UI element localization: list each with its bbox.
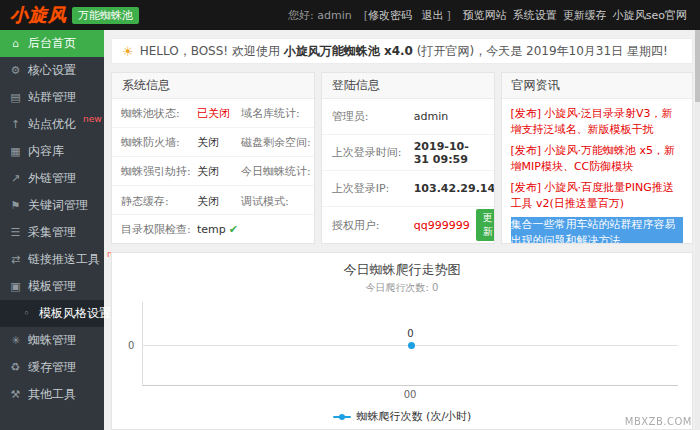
welcome-prefix: HELLO，BOSS! 欢迎使用 [140,44,284,58]
welcome-suffix: ，今天是 2019年10月31日 星期四! [474,44,668,58]
top-header: 小旋风 万能蜘蛛池 您好: admin [修改密码 退出] 预览网站系统设置更新… [0,0,700,30]
system-info-row: 蜘蛛池状态:已关闭域名库统计:1497 [112,99,314,128]
sidebar-item-label: 模板风格设置 [39,305,111,322]
data-point-label: 0 [407,328,413,339]
sidebar-item-label: 缓存管理 [28,359,76,376]
sidebar-item-label: 模板管理 [28,278,76,295]
sidebar-item-collection[interactable]: ☰采集管理 [0,219,104,246]
content-library-icon: ▦ [9,145,22,158]
y-axis-tick: 0 [128,340,134,351]
sidebar-item-label: 后台首页 [28,35,76,52]
sidebar-item-site-optimize[interactable]: ↑站点优化new [0,111,104,138]
info-value: 已关闭 [197,106,241,121]
sidebar-item-keywords[interactable]: ⚑关键词管理 [0,192,104,219]
login-info-title: 登陆信息 [322,73,494,99]
logo[interactable]: 小旋风 万能蜘蛛池 [10,3,139,27]
info-label: 管理员: [332,109,414,124]
sidebar-item-external-links[interactable]: ↗外链管理 [0,165,104,192]
home-icon: ⌂ [9,37,22,50]
logout-link[interactable]: 退出 [421,9,443,22]
sidebar-item-label: 外链管理 [28,170,76,187]
sidebar-item-label: 其他工具 [28,386,76,403]
system-settings-link[interactable]: 系统设置 [513,9,557,22]
info-label: 上次登录IP: [332,181,414,196]
watermark: MBXZB.COM [625,416,692,427]
info-label: 蜘蛛池状态: [121,106,197,121]
greeting-text: 您好: admin [288,8,352,23]
chart-legend[interactable]: 蜘蛛爬行次数 (次/小时) [112,409,692,424]
header-nav: 您好: admin [修改密码 退出] 预览网站系统设置更新缓存小旋风seo官网 [288,8,690,23]
sidebar-item-cache[interactable]: ♻缓存管理 [0,354,104,381]
chart-panel: 今日蜘蛛爬行走势图 今日爬行次数: 0 0 0 00 蜘蛛爬行次数 (次/小时) [111,252,693,430]
logo-badge: 万能蜘蛛池 [72,7,139,24]
sidebar: ⌂后台首页⚙核心设置▤站群管理↑站点优化new▦内容库↗外链管理⚑关键词管理☰采… [0,30,104,430]
check-icon: ✔ [229,223,238,236]
chart-title: 今日蜘蛛爬行走势图 [112,253,692,279]
account-links: [修改密码 退出] [364,8,451,23]
system-info-row: 目录权限检查:temp✔ [112,215,314,244]
sidebar-item-template-style[interactable]: ◦模板风格设置 [0,300,104,327]
sidebar-item-site-group[interactable]: ▤站群管理 [0,84,104,111]
news-item[interactable]: 集合一些常用车站的站群程序容易出现的问题和解决方法 [511,217,683,243]
info-value: 关闭 [197,135,241,150]
login-info-table: 管理员:admin上次登录时间:2019-10-31 09:59上次登录IP:1… [322,99,494,243]
dot-icon: ◦ [20,307,33,320]
system-info-table: 蜘蛛池状态:已关闭域名库统计:1497蜘蛛防火墙:关闭磁盘剩余空间:69.54 … [112,99,314,244]
external-link-icon: ↗ [9,172,22,185]
system-info-row: 静态缓存:关闭调试模式:关闭 [112,186,314,215]
preview-site-link[interactable]: 预览网站 [463,9,507,22]
system-info-row: 蜘蛛防火墙:关闭磁盘剩余空间:69.54 GB [112,128,314,157]
chart-subtitle: 今日爬行次数: 0 [112,281,692,295]
open-official-link[interactable]: (打开官网) [417,44,474,58]
info-value: qq999999 [414,219,470,232]
scrollbar[interactable] [695,30,700,430]
sidebar-item-home[interactable]: ⌂后台首页 [0,30,104,57]
main-content: ☀ HELLO，BOSS! 欢迎使用 小旋风万能蜘蛛池 x4.0 (打开官网)，… [104,30,700,430]
login-info-row: 管理员:admin [322,99,494,135]
tools-icon: ⚒ [9,388,22,401]
login-info-row: 授权用户:qq999999更新 [322,207,494,243]
info-label: 今日蜘蛛统计: [241,164,315,179]
legend-line-icon [333,416,351,418]
login-info-panel: 登陆信息 管理员:admin上次登录时间:2019-10-31 09:59上次登… [321,72,495,244]
sidebar-item-core-settings[interactable]: ⚙核心设置 [0,57,104,84]
update-license-button[interactable]: 更新 [476,209,495,241]
sidebar-item-label: 核心设置 [28,62,76,79]
news-panel: 官网资讯 [发布] 小旋风·泛目录录射V3，新增支持泛域名、新版模板干扰[发布]… [501,72,693,244]
gear-icon: ⚙ [9,64,22,77]
news-item[interactable]: [发布] 小旋风·万能蜘蛛池 x5，新增MIP模块、CC防御模块 [511,143,683,175]
optimize-icon: ↑ [9,118,22,131]
keyword-icon: ⚑ [9,199,22,212]
system-info-title: 系统信息 [112,73,314,99]
template-icon: ▣ [9,280,22,293]
news-item[interactable]: [发布] 小旋风·泛目录录射V3，新增支持泛域名、新版模板干扰 [511,106,683,138]
sidebar-item-label: 采集管理 [28,224,76,241]
data-point[interactable] [408,342,415,349]
news-item[interactable]: [发布] 小旋风·百度批量PING推送工具 v2(日推送量百万) [511,180,683,212]
sidebar-item-label: 站点优化 [28,116,76,133]
sidebar-item-content-library[interactable]: ▦内容库 [0,138,104,165]
scrollbar-thumb[interactable] [695,30,700,102]
info-label: 域名库统计: [241,106,315,121]
sidebar-item-template[interactable]: ▣模板管理 [0,273,104,300]
sidebar-item-link-push[interactable]: ⇄链接推送工具new [0,246,104,273]
news-title: 官网资讯 [502,73,692,99]
logo-text: 小旋风 [10,3,67,27]
update-cache-link[interactable]: 更新缓存 [563,9,607,22]
login-info-row: 上次登录IP:103.42.29.141 [322,171,494,207]
welcome-text: HELLO，BOSS! 欢迎使用 小旋风万能蜘蛛池 x4.0 (打开官网)，今天… [140,43,668,60]
info-value: 关闭 [197,194,241,209]
news-list: [发布] 小旋风·泛目录录射V3，新增支持泛域名、新版模板干扰[发布] 小旋风·… [502,99,692,243]
sidebar-item-label: 内容库 [28,143,64,160]
change-password-link[interactable]: 修改密码 [368,9,412,22]
login-info-row: 上次登录时间:2019-10-31 09:59 [322,135,494,171]
info-value: admin [414,110,448,123]
sidebar-item-other-tools[interactable]: ⚒其他工具 [0,381,104,408]
x-axis-tick: 00 [142,389,678,400]
sidebar-item-spider[interactable]: ✳蜘蛛管理 [0,327,104,354]
info-label: 调试模式: [241,194,315,209]
page-layout: ⌂后台首页⚙核心设置▤站群管理↑站点优化new▦内容库↗外链管理⚑关键词管理☰采… [0,30,700,430]
official-site-link[interactable]: 小旋风seo官网 [613,9,687,22]
spider-icon: ✳ [9,334,22,347]
welcome-bar: ☀ HELLO，BOSS! 欢迎使用 小旋风万能蜘蛛池 x4.0 (打开官网)，… [111,38,693,64]
